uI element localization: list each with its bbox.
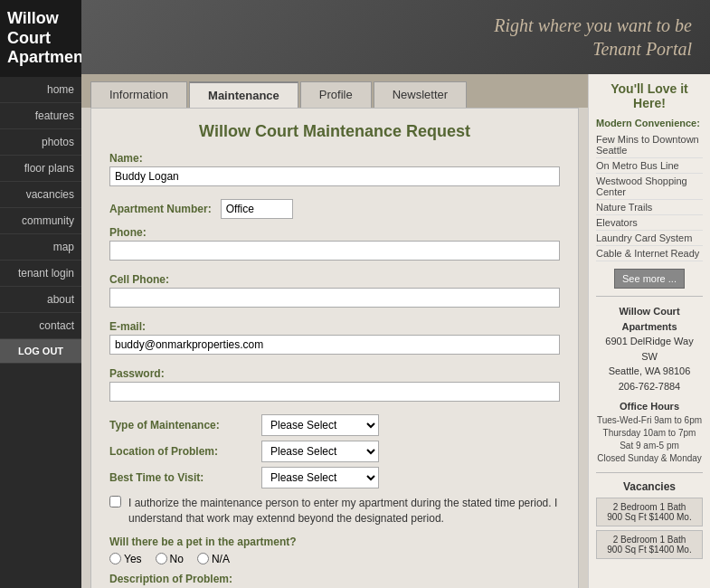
type-select[interactable]: Please Select — [261, 414, 379, 436]
divider-2 — [596, 472, 703, 473]
right-sidebar: You'll Love it Here! Modern Convenience:… — [588, 74, 710, 588]
sidebar-item-tenant-login[interactable]: tenant login — [0, 261, 81, 287]
location-label: Location of Problem: — [109, 445, 254, 458]
auth-checkbox[interactable] — [109, 496, 121, 507]
address-name: Willow Court Apartments — [596, 304, 703, 334]
besttime-select[interactable]: Please Select — [261, 467, 379, 488]
sidebar-item-features[interactable]: features — [0, 103, 81, 129]
vacancies-title: Vacancies — [596, 480, 703, 493]
tab-maintenance[interactable]: Maintenance — [189, 81, 298, 108]
vacancy-item-1: 2 Bedroom 1 Bath900 Sq Ft $1400 Mo. — [596, 498, 703, 526]
tab-newsletter[interactable]: Newsletter — [374, 81, 467, 108]
apt-input[interactable] — [221, 199, 293, 219]
type-label: Type of Maintenance: — [109, 419, 254, 432]
office-hours-text: Tues-Wed-Fri 9am to 6pm Thursday 10am to… — [596, 414, 703, 465]
sidebar-item-contact[interactable]: contact — [0, 313, 81, 339]
address-phone: 206-762-7884 — [596, 379, 703, 394]
convenience-item-4: Nature Trails — [596, 200, 703, 215]
sidebar-item-photos[interactable]: photos — [0, 129, 81, 156]
phone-label: Phone: — [109, 226, 560, 239]
form-area: Information Maintenance Profile Newslett… — [81, 74, 588, 588]
besttime-row: Best Time to Visit: Please Select — [109, 467, 560, 488]
pet-question: Will there be a pet in the apartment? — [109, 536, 560, 548]
sidebar-logo: Willow Court Apartments — [0, 0, 81, 77]
sidebar: Willow Court Apartments home features ph… — [0, 0, 81, 588]
name-label: Name: — [109, 152, 560, 165]
convenience-item-1: Few Mins to Downtown Seattle — [596, 132, 703, 158]
sidebar-item-map[interactable]: map — [0, 234, 81, 261]
convenience-item-2: On Metro Bus Line — [596, 158, 703, 174]
name-input[interactable] — [109, 166, 560, 186]
description-row: Description of Problem: — [109, 573, 560, 585]
pet-na-radio[interactable] — [197, 553, 209, 564]
besttime-label: Best Time to Visit: — [109, 471, 254, 484]
banner: Right where you want to be Tenant Portal — [81, 0, 710, 74]
pet-yes: Yes — [109, 553, 142, 565]
pet-no-radio[interactable] — [156, 553, 167, 564]
pet-no: No — [156, 553, 184, 565]
convenience-item-3: Westwood Shopping Center — [596, 174, 703, 200]
email-field-row: E-mail: — [109, 320, 560, 362]
convenience-item-5: Elevators — [596, 215, 703, 231]
sidebar-item-vacancies[interactable]: vacancies — [0, 182, 81, 208]
password-input[interactable] — [109, 382, 560, 402]
name-field-row: Name: — [109, 152, 560, 194]
office-hours-title: Office Hours — [596, 401, 703, 412]
location-select[interactable]: Please Select — [261, 441, 379, 462]
convenience-list: Few Mins to Downtown Seattle On Metro Bu… — [596, 132, 703, 261]
sidebar-item-floor-plans[interactable]: floor plans — [0, 156, 81, 182]
phone-input[interactable] — [109, 241, 560, 261]
pet-no-label: No — [170, 553, 184, 565]
address-line2: Seattle, WA 98106 — [596, 364, 703, 379]
convenience-item-7: Cable & Internet Ready — [596, 246, 703, 261]
pet-na-label: N/A — [212, 553, 230, 565]
type-row: Type of Maintenance: Please Select — [109, 414, 560, 436]
tab-information[interactable]: Information — [90, 81, 187, 108]
convenience-title: Modern Convenience: — [596, 118, 703, 128]
tabs: Information Maintenance Profile Newslett… — [81, 74, 588, 108]
convenience-item-6: Laundry Card System — [596, 231, 703, 246]
password-field-row: Password: — [109, 367, 560, 409]
banner-text: Right where you want to be Tenant Portal — [494, 14, 692, 61]
sidebar-item-logout[interactable]: LOG OUT — [0, 339, 81, 364]
address-line1: 6901 DelRidge Way SW — [596, 334, 703, 364]
form-content: Willow Court Maintenance Request Name: A… — [90, 108, 579, 588]
description-label: Description of Problem: — [109, 573, 560, 585]
auth-row: I authorize the maintenance person to en… — [109, 496, 560, 526]
pet-yes-radio[interactable] — [109, 553, 121, 564]
see-more-button[interactable]: See more ... — [614, 269, 685, 289]
sidebar-item-home[interactable]: home — [0, 77, 81, 103]
phone-field-row: Phone: — [109, 226, 560, 268]
password-label: Password: — [109, 367, 560, 380]
pet-yes-label: Yes — [124, 553, 142, 565]
location-row: Location of Problem: Please Select — [109, 441, 560, 462]
auth-text: I authorize the maintenance person to en… — [128, 496, 560, 526]
email-label: E-mail: — [109, 320, 560, 333]
right-sidebar-title: You'll Love it Here! — [596, 81, 703, 110]
cell-label: Cell Phone: — [109, 273, 560, 286]
pet-radio-row: Yes No N/A — [109, 553, 560, 565]
vacancy-item-2: 2 Bedroom 1 Bath900 Sq Ft $1400 Mo. — [596, 530, 703, 559]
main-area: Right where you want to be Tenant Portal… — [81, 0, 710, 588]
content-row: Information Maintenance Profile Newslett… — [81, 74, 710, 588]
cell-field-row: Cell Phone: — [109, 273, 560, 315]
tab-profile[interactable]: Profile — [300, 81, 372, 108]
sidebar-nav: home features photos floor plans vacanci… — [0, 77, 81, 364]
address-block: Willow Court Apartments 6901 DelRidge Wa… — [596, 304, 703, 394]
apt-label: Apartment Number: — [109, 203, 212, 215]
banner-line1: Right where you want to be — [494, 14, 692, 37]
email-input[interactable] — [109, 335, 560, 355]
sidebar-item-about[interactable]: about — [0, 287, 81, 313]
apt-row: Apartment Number: — [109, 199, 560, 219]
banner-line2: Tenant Portal — [494, 37, 692, 61]
form-title: Willow Court Maintenance Request — [109, 122, 560, 141]
cell-input[interactable] — [109, 288, 560, 308]
sidebar-item-community[interactable]: community — [0, 208, 81, 234]
pet-na: N/A — [197, 553, 230, 565]
divider-1 — [596, 296, 703, 297]
